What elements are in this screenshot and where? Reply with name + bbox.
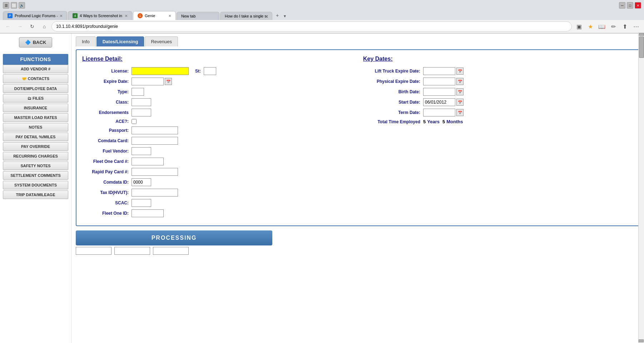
sidebar-btn-recurring[interactable]: RECURRING CHARGES <box>3 152 68 160</box>
scac-input[interactable] <box>132 199 151 207</box>
passport-input[interactable] <box>132 126 178 134</box>
sidebar-btn-notes[interactable]: NOTES <box>3 123 68 131</box>
back-button[interactable]: 🔷 BACK <box>19 37 53 48</box>
scroll-thumb[interactable] <box>639 36 644 58</box>
forward-nav-btn[interactable]: → <box>15 21 25 31</box>
sidebar-btn-master-load[interactable]: MASTER LOAD RATES <box>3 113 68 122</box>
win-menu-icon[interactable]: ☰ <box>3 2 9 9</box>
scac-row: SCAC: <box>82 199 352 207</box>
term-date-input[interactable] <box>423 109 455 116</box>
sidebar-toggle-btn[interactable]: ▣ <box>574 21 584 31</box>
sidebar-btn-pay-override[interactable]: PAY OVERRIDE <box>3 142 68 151</box>
scrollbar[interactable] <box>638 32 644 343</box>
back-nav-btn[interactable]: ← <box>3 21 13 31</box>
ace-checkbox[interactable] <box>132 119 137 124</box>
endorsements-row: Endorsements <box>82 109 352 116</box>
st-label: St: <box>191 69 201 74</box>
birth-date-cal-btn[interactable]: 📅 <box>456 88 464 95</box>
processing-input-1[interactable] <box>76 247 112 255</box>
new-tab-button[interactable]: + <box>273 11 282 20</box>
lift-truck-cal-btn[interactable]: 📅 <box>456 68 464 75</box>
browser-tab-screenshot[interactable]: 4 4 Ways to Screenshot in Wii ✕ <box>68 11 132 20</box>
sidebar-btn-trip-data[interactable]: TRIP DATA/MILEAGE <box>3 190 68 199</box>
sidebar-btn-settlement[interactable]: SETTLEMENT COMMENTS <box>3 171 68 180</box>
passport-row: Passport: <box>82 126 352 134</box>
win-tab-icon[interactable]: ⬜ <box>11 2 17 9</box>
years-label: Years <box>427 119 440 124</box>
key-dates-title: Key Dates: <box>363 56 633 62</box>
fleet-one-id-row: Fleet One ID: <box>82 209 352 217</box>
read-btn[interactable]: 📖 <box>597 21 607 31</box>
tab-bar: Info Dates/Licensing Revenues <box>76 36 640 46</box>
comdata-card-input[interactable] <box>132 137 178 145</box>
sidebar-btn-dot[interactable]: DOT/EMPLOYEE DATA <box>3 84 68 93</box>
sidebar-btn-system-docs[interactable]: SYSTEM DOUCMENTS <box>3 181 68 189</box>
form-panel: License Detail: License: St: Expire Date… <box>76 49 640 226</box>
win-minimize-btn[interactable]: ─ <box>619 2 625 9</box>
sidebar-btn-add-vendor[interactable]: ADD VENDOR # <box>3 65 68 73</box>
birth-date-input[interactable] <box>423 88 455 96</box>
browser-tab-newtab[interactable]: New tab <box>177 12 219 20</box>
rapid-pay-card-input[interactable] <box>132 168 178 176</box>
tab-revenues[interactable]: Revenues <box>145 36 178 46</box>
fleet-one-id-label: Fleet One ID: <box>82 211 129 216</box>
comdata-id-label: Comdata ID: <box>82 180 129 185</box>
address-input[interactable] <box>56 24 567 29</box>
sidebar-btn-pay-detail[interactable]: PAY DETAIL %/MILES <box>3 133 68 141</box>
sidebar-btn-files[interactable]: 🗂 FILES <box>3 94 68 103</box>
physical-expire-cal-btn[interactable]: 📅 <box>456 78 464 85</box>
share-btn[interactable]: ⬆ <box>620 21 630 31</box>
processing-inputs <box>76 247 640 255</box>
lift-truck-input[interactable] <box>423 67 455 75</box>
address-bar[interactable] <box>51 21 572 31</box>
browser-navbar: ← → ↻ ⌂ ▣ ★ 📖 ✏ ⬆ ⋯ <box>0 20 644 33</box>
browser-tab-genie[interactable]: G Genie ✕ <box>133 11 176 20</box>
processing-input-2[interactable] <box>114 247 150 255</box>
license-input[interactable] <box>132 67 189 75</box>
processing-input-3[interactable] <box>153 247 189 255</box>
start-date-input[interactable] <box>423 98 455 106</box>
browser-tabs: P Profound Logic Forums - Pc ✕ 4 4 Ways … <box>0 11 644 20</box>
browser-tab-profound[interactable]: P Profound Logic Forums - Pc ✕ <box>3 11 67 20</box>
menu-btn[interactable]: ⋯ <box>631 21 641 31</box>
tab-dropdown[interactable]: ▾ <box>282 12 287 20</box>
sidebar-buttons: ADD VENDOR # 🤝 CONTACTS DOT/EMPLOYEE DAT… <box>3 65 68 199</box>
expire-date-input[interactable] <box>132 78 164 85</box>
fuel-vendor-input[interactable] <box>132 147 151 155</box>
win-close-btn[interactable]: ✕ <box>635 2 641 9</box>
fleet-one-card-input[interactable] <box>132 158 164 165</box>
sidebar-btn-safety[interactable]: SAFETY NOTES <box>3 161 68 170</box>
win-speaker-icon[interactable]: 🔊 <box>19 2 25 9</box>
reload-btn[interactable]: ↻ <box>27 21 37 31</box>
physical-expire-label: Physical Expire Date: <box>363 79 420 84</box>
start-date-cal-btn[interactable]: 📅 <box>456 99 464 106</box>
page-wrapper: 🔷 BACK FUNCTIONS ADD VENDOR # 🤝 CONTACTS… <box>0 34 644 343</box>
annotate-btn[interactable]: ✏ <box>608 21 618 31</box>
browser-tab-howto[interactable]: How do I take a single scree <box>220 12 272 20</box>
fuel-vendor-label: Fuel Vendor: <box>82 149 129 154</box>
expire-date-label: Expire Date: <box>82 79 129 84</box>
bookmark-btn[interactable]: ★ <box>585 21 595 31</box>
tab-dates-licensing[interactable]: Dates/Licensing <box>96 36 144 46</box>
sidebar-btn-insurance[interactable]: INSURANCE <box>3 104 68 112</box>
win-maximize-btn[interactable]: □ <box>627 2 633 9</box>
expire-date-cal-btn[interactable]: 📅 <box>165 78 172 85</box>
fleet-one-id-input[interactable] <box>132 209 164 217</box>
physical-expire-input[interactable] <box>423 78 455 85</box>
total-time-label: Total Time Employed <box>363 119 420 124</box>
endorsements-input[interactable] <box>132 109 151 116</box>
type-input[interactable] <box>132 88 144 96</box>
main-content: Info Dates/Licensing Revenues License De… <box>71 34 644 343</box>
tax-id-input[interactable] <box>132 189 178 197</box>
term-date-cal-btn[interactable]: 📅 <box>456 109 464 116</box>
expire-date-row: Expire Date: 📅 <box>82 78 352 85</box>
class-label: Class: <box>82 100 129 105</box>
comdata-id-input[interactable] <box>132 178 151 186</box>
start-date-row: Start Date: 📅 <box>363 98 633 106</box>
home-btn[interactable]: ⌂ <box>39 21 49 31</box>
tab-info[interactable]: Info <box>76 36 96 46</box>
class-input[interactable] <box>132 98 151 106</box>
st-input[interactable] <box>204 67 216 75</box>
sidebar-btn-contacts[interactable]: 🤝 CONTACTS <box>3 74 68 83</box>
rapid-pay-card-label: Rapid Pay Card #: <box>82 169 129 174</box>
